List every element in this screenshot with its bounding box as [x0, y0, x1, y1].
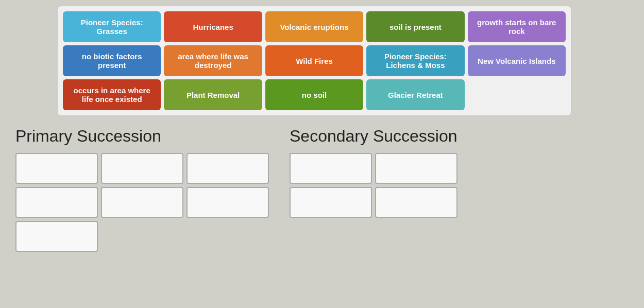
card-hurricanes[interactable]: Hurricanes: [164, 11, 262, 42]
card-occurs-life[interactable]: occurs in area where life once existed: [63, 79, 161, 110]
card-growth-bare-rock[interactable]: growth starts on bare rock: [468, 11, 566, 42]
secondary-drop-cell-4[interactable]: [375, 187, 457, 218]
primary-drop-cell-6[interactable]: [15, 221, 98, 252]
secondary-succession-title: Secondary Succession: [290, 127, 543, 146]
primary-drop-cell-0[interactable]: [15, 153, 98, 184]
primary-drop-cell-4[interactable]: [101, 187, 183, 218]
card-bank: Pioneer Species: GrassesHurricanesVolcan…: [57, 5, 572, 116]
card-volcanic-eruptions[interactable]: Volcanic eruptions: [265, 11, 363, 42]
bottom-section: Primary Succession Secondary Succession: [5, 127, 639, 252]
card-wild-fires[interactable]: Wild Fires: [265, 45, 363, 76]
card-pioneer-grasses[interactable]: Pioneer Species: Grasses: [63, 11, 161, 42]
card-soil-present[interactable]: soil is present: [366, 11, 464, 42]
primary-succession-title: Primary Succession: [15, 127, 269, 146]
card-pioneer-lichens[interactable]: Pioneer Species: Lichens & Moss: [366, 45, 464, 76]
secondary-drop-cell-0[interactable]: [290, 153, 372, 184]
card-area-destroyed[interactable]: area where life was destroyed: [164, 45, 262, 76]
card-glacier-retreat[interactable]: Glacier Retreat: [366, 79, 464, 110]
primary-drop-cell-1[interactable]: [101, 153, 183, 184]
card-plant-removal[interactable]: Plant Removal: [164, 79, 262, 110]
primary-succession-column: Primary Succession: [15, 127, 269, 252]
main-container: Pioneer Species: GrassesHurricanesVolcan…: [5, 5, 639, 252]
primary-drop-cell-2[interactable]: [187, 153, 269, 184]
secondary-succession-column: Secondary Succession: [290, 127, 543, 252]
secondary-drop-cell-1[interactable]: [375, 153, 457, 184]
primary-drop-cell-3[interactable]: [15, 187, 98, 218]
card-no-soil[interactable]: no soil: [265, 79, 363, 110]
card-no-biotic[interactable]: no biotic factors present: [63, 45, 161, 76]
secondary-drop-cell-3[interactable]: [290, 187, 372, 218]
card-new-volcanic[interactable]: New Volcanic Islands: [468, 45, 566, 76]
secondary-drop-grid: [290, 153, 543, 252]
primary-drop-grid: [15, 153, 269, 252]
primary-drop-cell-5[interactable]: [187, 187, 269, 218]
